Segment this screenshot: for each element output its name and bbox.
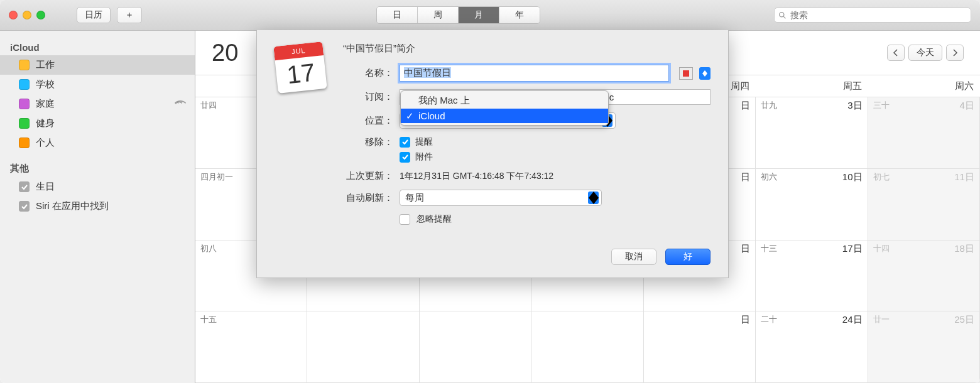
lunar-date: 廿一 — [873, 315, 890, 324]
lunar-date: 二十 — [761, 315, 777, 324]
calendar-day-cell[interactable]: 初六10日 — [756, 169, 868, 240]
lunar-date: 十四 — [873, 244, 890, 253]
calendars-button[interactable]: 日历 — [77, 7, 111, 23]
ignore-alerts-label: 忽略提醒 — [416, 213, 452, 225]
sidebar-item-label: 健身 — [36, 117, 55, 129]
calendar-color-swatch — [19, 138, 30, 148]
calendar-color-swatch — [19, 118, 30, 129]
sidebar-item[interactable]: 健身 — [0, 114, 195, 133]
calendar-day-cell[interactable]: 十三17日 — [756, 240, 868, 311]
dialog-title: “中国节假日”简介 — [343, 43, 710, 55]
location-label: 位置： — [343, 115, 393, 127]
add-button[interactable]: ＋ — [117, 7, 142, 23]
zoom-window-icon[interactable] — [36, 11, 45, 19]
sidebar-item[interactable]: 生日 — [0, 177, 195, 197]
next-month-button[interactable] — [946, 45, 964, 61]
name-input[interactable]: 中国节假日 — [400, 65, 669, 82]
sidebar-item-label: 生日 — [36, 181, 55, 193]
calendar-day-cell[interactable] — [420, 311, 531, 382]
view-seg-月[interactable]: 月 — [459, 7, 499, 23]
sidebar-item-label: 个人 — [36, 137, 55, 149]
remove-checkbox-label: 附件 — [415, 151, 433, 163]
remove-checkbox[interactable] — [400, 137, 410, 148]
day-number: 24日 — [842, 314, 863, 326]
auto-refresh-select[interactable]: 每周 — [400, 190, 602, 206]
calendar-day-cell[interactable]: 十五 — [195, 311, 307, 382]
lunar-date: 三十 — [873, 100, 890, 110]
ok-button[interactable]: 好 — [665, 249, 710, 265]
calendar-day-cell[interactable]: 廿一25日 — [868, 311, 980, 382]
sidebar-item[interactable]: 学校 — [0, 75, 195, 94]
minimize-window-icon[interactable] — [23, 11, 31, 19]
today-button[interactable]: 今天 — [908, 45, 942, 61]
cancel-button[interactable]: 取消 — [611, 249, 656, 265]
last-updated-value: 1年12月31日 GMT-4:16:48 下午7:43:12 — [400, 171, 553, 182]
sidebar-item[interactable]: 家庭 — [0, 94, 195, 114]
lunar-date: 初七 — [873, 172, 890, 181]
sidebar-group-icloud: iCloud — [0, 40, 195, 55]
checkbox-icon[interactable] — [19, 181, 30, 192]
lunar-date: 四月初一 — [200, 172, 233, 181]
calendar-day-cell[interactable]: 二十24日 — [756, 311, 868, 382]
last-updated-label: 上次更新： — [343, 170, 393, 182]
prev-month-button[interactable] — [887, 45, 905, 61]
titlebar: 日历 ＋ 日周月年 — [0, 0, 980, 31]
lunar-date: 廿四 — [200, 100, 217, 110]
day-number: 17日 — [842, 243, 863, 255]
day-number: 日 — [741, 100, 750, 112]
weekday-header: 周五 — [756, 75, 868, 97]
day-number: 日 — [741, 243, 750, 255]
weekday-header: 周六 — [868, 75, 980, 97]
calendar-app-icon: JUL 17 — [276, 44, 325, 93]
location-select[interactable]: iCloud 我的 Mac 上 iCloud — [400, 112, 616, 129]
subscription-info-dialog: JUL 17 “中国节假日”简介 名称： 中国节假日 订阅： https://p… — [256, 30, 729, 278]
search-field[interactable] — [774, 8, 971, 23]
search-input[interactable] — [789, 9, 967, 21]
lunar-date: 廿九 — [761, 100, 777, 110]
sidebar-item-label: 家庭 — [36, 98, 55, 110]
search-icon — [778, 11, 787, 19]
sidebar-item-label: Siri 在应用中找到 — [36, 200, 109, 212]
sidebar-item[interactable]: Siri 在应用中找到 — [0, 197, 195, 216]
ignore-alerts-checkbox[interactable] — [400, 214, 410, 225]
view-segmented: 日周月年 — [376, 6, 540, 24]
close-window-icon[interactable] — [9, 11, 18, 19]
calendar-day-cell[interactable]: 十四18日 — [868, 240, 980, 311]
auto-refresh-label: 自动刷新： — [343, 192, 393, 204]
calendar-day-cell[interactable] — [307, 311, 419, 382]
calendar-color-swatch — [19, 60, 30, 70]
calendar-day-cell[interactable] — [531, 311, 643, 382]
shared-icon — [172, 96, 188, 112]
remove-checkbox[interactable] — [400, 152, 410, 163]
lunar-date: 十三 — [761, 244, 777, 253]
day-number: 10日 — [842, 171, 863, 183]
svg-point-0 — [780, 12, 784, 16]
sidebar-item[interactable]: 个人 — [0, 133, 195, 153]
location-popup: 我的 Mac 上 iCloud — [400, 90, 609, 126]
sidebar-item-label: 学校 — [36, 78, 55, 90]
calendar-color-swatch — [19, 79, 30, 90]
view-seg-周[interactable]: 周 — [418, 7, 459, 23]
calendar-day-cell[interactable]: 三十4日 — [868, 97, 980, 168]
location-option-mac[interactable]: 我的 Mac 上 — [401, 93, 608, 109]
name-label: 名称： — [343, 67, 393, 79]
calendar-day-cell[interactable]: 日 — [644, 311, 756, 382]
lunar-date: 十五 — [200, 315, 217, 324]
lunar-date: 初八 — [200, 244, 217, 253]
sidebar-item[interactable]: 工作 — [0, 55, 195, 75]
day-number: 25日 — [954, 314, 974, 326]
svg-line-1 — [783, 16, 785, 18]
calendar-day-cell[interactable]: 廿九3日 — [756, 97, 868, 168]
view-seg-年[interactable]: 年 — [499, 7, 540, 23]
calendar-day-cell[interactable]: 初七11日 — [868, 169, 980, 240]
color-well[interactable] — [679, 67, 693, 80]
sidebar-group-other: 其他 — [0, 160, 195, 177]
sidebar: iCloud 工作学校家庭健身个人 其他 生日Siri 在应用中找到 — [0, 31, 195, 383]
location-option-icloud[interactable]: iCloud — [401, 109, 608, 123]
color-stepper[interactable] — [699, 67, 710, 80]
day-number: 日 — [741, 171, 750, 183]
view-seg-日[interactable]: 日 — [377, 7, 418, 23]
calendar-color-swatch — [19, 99, 30, 109]
day-number: 4日 — [960, 100, 974, 112]
checkbox-icon[interactable] — [19, 201, 30, 212]
